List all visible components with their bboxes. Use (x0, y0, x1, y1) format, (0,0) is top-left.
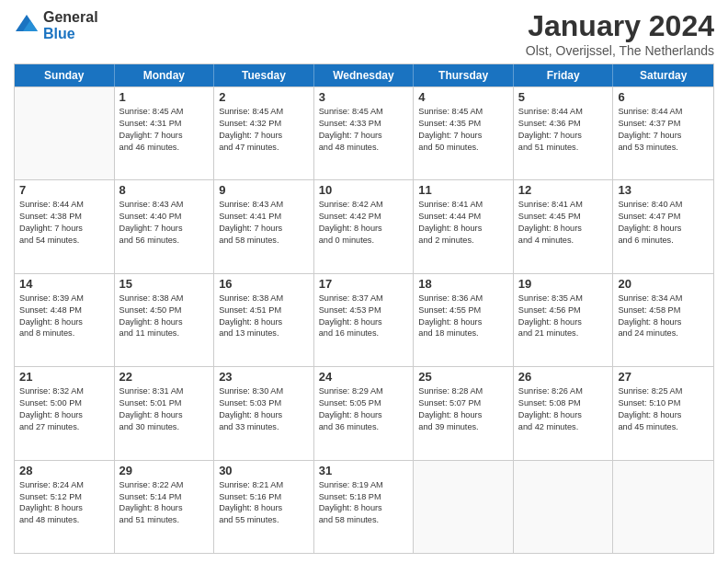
cell-info-line: Sunset: 5:03 PM (219, 397, 309, 409)
calendar-cell: 6Sunrise: 8:44 AMSunset: 4:37 PMDaylight… (613, 87, 713, 179)
calendar-cell: 13Sunrise: 8:40 AMSunset: 4:47 PMDayligh… (613, 180, 713, 272)
cell-info-line: and 56 minutes. (119, 235, 210, 247)
cell-info-line: Sunrise: 8:30 AM (219, 385, 309, 397)
calendar-week: 28Sunrise: 8:24 AMSunset: 5:12 PMDayligh… (15, 460, 713, 553)
cell-info-line: Daylight: 8 hours (119, 316, 210, 328)
logo-icon (14, 13, 40, 39)
cell-info-line: Daylight: 7 hours (319, 130, 409, 142)
cell-info-line: and 36 minutes. (319, 421, 409, 433)
cell-info-line: Sunset: 5:00 PM (19, 397, 109, 409)
cell-info-line: Sunrise: 8:19 AM (319, 479, 409, 491)
cell-info-line: Sunset: 5:08 PM (518, 397, 609, 409)
cell-info-line: Sunset: 4:50 PM (119, 304, 210, 316)
calendar-day-header: Monday (115, 64, 215, 86)
day-number: 8 (119, 183, 210, 197)
day-number: 3 (319, 90, 409, 104)
cell-info-line: and 50 minutes. (418, 142, 508, 154)
cell-info-line: and 33 minutes. (219, 421, 309, 433)
cell-info-line: and 48 minutes. (19, 514, 109, 526)
calendar-cell: 4Sunrise: 8:45 AMSunset: 4:35 PMDaylight… (414, 87, 514, 179)
day-number: 12 (518, 183, 609, 197)
calendar-cell: 26Sunrise: 8:26 AMSunset: 5:08 PMDayligh… (514, 367, 614, 459)
cell-info-line: Daylight: 7 hours (418, 130, 508, 142)
cell-info-line: Daylight: 8 hours (418, 409, 508, 421)
cell-info-line: and 21 minutes. (518, 327, 609, 339)
day-number: 6 (618, 90, 709, 104)
cell-info-line: and 42 minutes. (518, 421, 609, 433)
cell-info-line: Sunset: 4:41 PM (219, 211, 309, 223)
calendar-week: 21Sunrise: 8:32 AMSunset: 5:00 PMDayligh… (15, 366, 713, 459)
cell-info-line: Daylight: 7 hours (219, 130, 309, 142)
calendar-cell: 19Sunrise: 8:35 AMSunset: 4:56 PMDayligh… (514, 274, 614, 366)
calendar-cell: 25Sunrise: 8:28 AMSunset: 5:07 PMDayligh… (414, 367, 514, 459)
cell-info-line: and 27 minutes. (19, 421, 109, 433)
cell-info-line: Sunrise: 8:38 AM (219, 293, 309, 304)
cell-info-line: Daylight: 8 hours (119, 409, 210, 421)
cell-info-line: and 4 minutes. (518, 235, 609, 247)
cell-info-line: Sunrise: 8:35 AM (518, 293, 609, 304)
day-number: 18 (418, 277, 508, 291)
calendar-day-header: Sunday (15, 64, 115, 86)
cell-info-line: and 45 minutes. (618, 421, 709, 433)
day-number: 27 (618, 370, 709, 384)
cell-info-line: and 58 minutes. (219, 235, 309, 247)
cell-info-line: Sunset: 4:36 PM (518, 118, 609, 130)
cell-info-line: Sunrise: 8:21 AM (219, 479, 309, 491)
cell-info-line: Daylight: 8 hours (119, 502, 210, 514)
calendar-cell: 27Sunrise: 8:25 AMSunset: 5:10 PMDayligh… (613, 367, 713, 459)
cell-info-line: Sunset: 4:35 PM (418, 118, 508, 130)
calendar-cell: 30Sunrise: 8:21 AMSunset: 5:16 PMDayligh… (214, 461, 314, 553)
cell-info-line: Sunrise: 8:42 AM (319, 199, 409, 211)
cell-info-line: Daylight: 8 hours (418, 223, 508, 235)
cell-info-line: Sunset: 5:12 PM (19, 491, 109, 503)
cell-info-line: Sunrise: 8:45 AM (219, 106, 309, 118)
cell-info-line: and 2 minutes. (418, 235, 508, 247)
calendar-cell: 24Sunrise: 8:29 AMSunset: 5:05 PMDayligh… (314, 367, 415, 459)
cell-info-line: and 51 minutes. (119, 514, 210, 526)
day-number: 5 (518, 90, 609, 104)
cell-info-line: Daylight: 8 hours (618, 409, 709, 421)
cell-info-line: Sunset: 4:38 PM (19, 211, 109, 223)
calendar-cell: 12Sunrise: 8:41 AMSunset: 4:45 PMDayligh… (514, 180, 614, 272)
day-number: 26 (518, 370, 609, 384)
calendar-day-header: Wednesday (314, 64, 415, 86)
calendar-cell: 9Sunrise: 8:43 AMSunset: 4:41 PMDaylight… (214, 180, 314, 272)
cell-info-line: and 16 minutes. (319, 327, 409, 339)
day-number: 20 (618, 277, 709, 291)
cell-info-line: Sunset: 5:16 PM (219, 491, 309, 503)
cell-info-line: Daylight: 8 hours (418, 316, 508, 328)
cell-info-line: Daylight: 8 hours (219, 316, 309, 328)
day-number: 16 (219, 277, 309, 291)
day-number: 22 (119, 370, 210, 384)
day-number: 31 (319, 464, 409, 477)
calendar-day-header: Friday (514, 64, 614, 86)
header: General Blue January 2024 Olst, Overijss… (14, 9, 714, 58)
calendar-cell: 11Sunrise: 8:41 AMSunset: 4:44 PMDayligh… (414, 180, 514, 272)
cell-info-line: Sunset: 4:32 PM (219, 118, 309, 130)
day-number: 13 (618, 183, 709, 197)
cell-info-line: Daylight: 7 hours (219, 223, 309, 235)
cell-info-line: Daylight: 8 hours (518, 409, 609, 421)
cell-info-line: and 46 minutes. (119, 142, 210, 154)
cell-info-line: Daylight: 7 hours (518, 130, 609, 142)
calendar-cell: 23Sunrise: 8:30 AMSunset: 5:03 PMDayligh… (214, 367, 314, 459)
cell-info-line: Sunset: 4:58 PM (618, 304, 709, 316)
calendar-cell: 1Sunrise: 8:45 AMSunset: 4:31 PMDaylight… (115, 87, 215, 179)
cell-info-line: Daylight: 8 hours (518, 316, 609, 328)
cell-info-line: and 54 minutes. (19, 235, 109, 247)
cell-info-line: Sunset: 4:37 PM (618, 118, 709, 130)
cell-info-line: and 6 minutes. (618, 235, 709, 247)
cell-info-line: Sunrise: 8:41 AM (518, 199, 609, 211)
cell-info-line: Sunrise: 8:36 AM (418, 293, 508, 304)
day-number: 25 (418, 370, 508, 384)
cell-info-line: and 39 minutes. (418, 421, 508, 433)
cell-info-line: Sunset: 5:10 PM (618, 397, 709, 409)
main-title: January 2024 (526, 9, 714, 43)
cell-info-line: Daylight: 8 hours (618, 223, 709, 235)
cell-info-line: Sunrise: 8:29 AM (319, 385, 409, 397)
cell-info-line: Sunrise: 8:45 AM (119, 106, 210, 118)
calendar-cell: 10Sunrise: 8:42 AMSunset: 4:42 PMDayligh… (314, 180, 415, 272)
day-number: 28 (19, 464, 109, 477)
cell-info-line: Sunrise: 8:38 AM (119, 293, 210, 304)
day-number: 19 (518, 277, 609, 291)
